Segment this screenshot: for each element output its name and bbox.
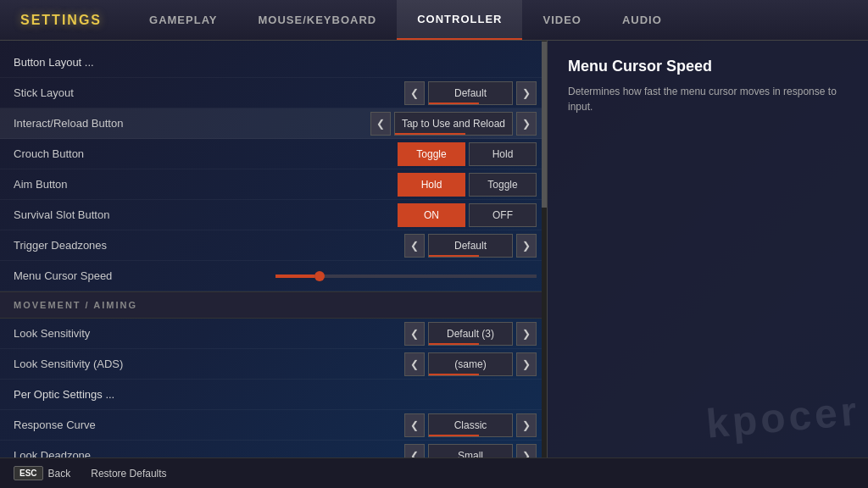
setting-row-stick-layout[interactable]: Stick Layout ❮ Default ❯ (0, 78, 547, 108)
tab-gameplay[interactable]: GAMEPLAY (129, 0, 237, 40)
setting-row-look-deadzone[interactable]: Look Deadzone ❮ Small ❯ (0, 441, 547, 458)
main-content: Button Layout ... Stick Layout ❮ Default… (0, 41, 868, 458)
tab-audio[interactable]: AUDIO (602, 0, 682, 40)
setting-row-response-curve[interactable]: Response Curve ❮ Classic ❯ (0, 410, 547, 441)
crouch-hold-btn[interactable]: Hold (469, 142, 537, 166)
back-label: Back (48, 468, 71, 480)
aim-button-control: Hold Toggle (398, 173, 537, 197)
menu-cursor-speed-slider-track[interactable] (275, 274, 537, 278)
response-curve-next[interactable]: ❯ (516, 413, 537, 437)
setting-row-menu-cursor-speed[interactable]: Menu Cursor Speed (0, 261, 547, 291)
setting-row-trigger-deadzones[interactable]: Trigger Deadzones ❮ Default ❯ (0, 230, 547, 261)
app-title: SETTINGS (0, 13, 122, 28)
menu-cursor-speed-slider-container (275, 274, 537, 278)
setting-row-button-layout[interactable]: Button Layout ... (0, 47, 547, 78)
stick-layout-control: ❮ Default ❯ (404, 81, 537, 105)
setting-row-per-optic-settings[interactable]: Per Optic Settings ... (0, 380, 547, 410)
survival-slot-control: ON OFF (398, 203, 537, 227)
tab-controller[interactable]: CONTROLLER (397, 0, 522, 40)
setting-label-per-optic-settings: Per Optic Settings ... (14, 388, 537, 401)
look-sensitivity-value: Default (3) (428, 322, 513, 346)
trigger-deadzones-prev[interactable]: ❮ (404, 234, 425, 258)
stick-layout-next[interactable]: ❯ (516, 81, 537, 105)
survival-off-btn[interactable]: OFF (469, 203, 537, 227)
restore-defaults-label: Restore Defaults (91, 468, 166, 480)
tab-mouse-keyboard[interactable]: MOUSE/KEYBOARD (238, 0, 398, 40)
setting-row-aim-button[interactable]: Aim Button Hold Toggle (0, 169, 547, 200)
menu-cursor-speed-slider-fill (275, 274, 314, 278)
look-sensitivity-ads-next[interactable]: ❯ (516, 352, 537, 376)
interact-reload-control: ❮ Tap to Use and Reload ❯ (370, 112, 537, 136)
setting-label-look-sensitivity: Look Sensitivity (14, 327, 404, 340)
nav-bar: SETTINGS GAMEPLAY MOUSE/KEYBOARD CONTROL… (0, 0, 868, 41)
info-panel-watermark: kpocer (704, 387, 862, 447)
interact-reload-next[interactable]: ❯ (516, 112, 537, 136)
trigger-deadzones-control: ❮ Default ❯ (404, 234, 537, 258)
stick-layout-prev[interactable]: ❮ (404, 81, 425, 105)
look-deadzone-next[interactable]: ❯ (516, 444, 537, 458)
look-deadzone-value: Small (428, 444, 513, 458)
trigger-deadzones-next[interactable]: ❯ (516, 234, 537, 258)
setting-label-survival-slot: Survival Slot Button (14, 208, 398, 221)
response-curve-control: ❮ Classic ❯ (404, 413, 537, 437)
info-panel: Menu Cursor Speed Determines how fast th… (547, 41, 868, 458)
response-curve-prev[interactable]: ❮ (404, 413, 425, 437)
look-sensitivity-control: ❮ Default (3) ❯ (404, 322, 537, 346)
restore-defaults-action[interactable]: Restore Defaults (91, 468, 166, 480)
survival-on-btn[interactable]: ON (398, 203, 465, 227)
look-sensitivity-ads-prev[interactable]: ❮ (404, 352, 425, 376)
settings-list: Button Layout ... Stick Layout ❮ Default… (0, 41, 547, 458)
look-sensitivity-next[interactable]: ❯ (516, 322, 537, 346)
back-action[interactable]: ESC Back (14, 466, 70, 480)
look-deadzone-prev[interactable]: ❮ (404, 444, 425, 458)
aim-hold-btn[interactable]: Hold (398, 173, 465, 197)
interact-reload-prev[interactable]: ❮ (370, 112, 391, 136)
trigger-deadzones-value: Default (428, 234, 513, 258)
esc-key-badge: ESC (14, 466, 43, 480)
info-panel-description: Determines how fast the menu cursor move… (568, 84, 848, 114)
setting-row-interact-reload[interactable]: Interact/Reload Button ❮ Tap to Use and … (0, 108, 547, 139)
tab-video[interactable]: VIDEO (522, 0, 601, 40)
setting-label-interact-reload: Interact/Reload Button (14, 117, 370, 130)
crouch-button-control: Toggle Hold (398, 142, 537, 166)
aim-toggle-btn[interactable]: Toggle (469, 173, 537, 197)
look-deadzone-control: ❮ Small ❯ (404, 444, 537, 458)
interact-reload-value: Tap to Use and Reload (394, 112, 513, 136)
setting-label-menu-cursor-speed: Menu Cursor Speed (14, 269, 275, 282)
crouch-toggle-btn[interactable]: Toggle (398, 142, 465, 166)
setting-row-survival-slot[interactable]: Survival Slot Button ON OFF (0, 200, 547, 230)
setting-label-crouch-button: Crouch Button (14, 147, 398, 160)
setting-label-look-sensitivity-ads: Look Sensitivity (ADS) (14, 358, 404, 370)
section-header-label-movement-aiming: MOVEMENT / AIMING (14, 300, 137, 310)
look-sensitivity-ads-control: ❮ (same) ❯ (404, 352, 537, 376)
menu-cursor-speed-slider-thumb[interactable] (314, 271, 325, 281)
setting-row-crouch-button[interactable]: Crouch Button Toggle Hold (0, 139, 547, 169)
setting-label-aim-button: Aim Button (14, 178, 398, 191)
look-sensitivity-ads-value: (same) (428, 352, 513, 376)
setting-label-stick-layout: Stick Layout (14, 86, 404, 99)
setting-label-button-layout: Button Layout ... (14, 56, 537, 69)
stick-layout-value: Default (428, 81, 513, 105)
setting-label-look-deadzone: Look Deadzone (14, 449, 404, 458)
info-panel-title: Menu Cursor Speed (568, 58, 848, 75)
setting-row-look-sensitivity-ads[interactable]: Look Sensitivity (ADS) ❮ (same) ❯ (0, 349, 547, 380)
nav-tabs: GAMEPLAY MOUSE/KEYBOARD CONTROLLER VIDEO… (129, 0, 682, 40)
response-curve-value: Classic (428, 413, 513, 437)
look-sensitivity-prev[interactable]: ❮ (404, 322, 425, 346)
bottom-bar: ESC Back Restore Defaults (0, 458, 868, 488)
setting-label-response-curve: Response Curve (14, 419, 404, 431)
setting-row-look-sensitivity[interactable]: Look Sensitivity ❮ Default (3) ❯ (0, 319, 547, 349)
setting-label-trigger-deadzones: Trigger Deadzones (14, 239, 404, 252)
section-header-movement-aiming: MOVEMENT / AIMING (0, 291, 547, 319)
